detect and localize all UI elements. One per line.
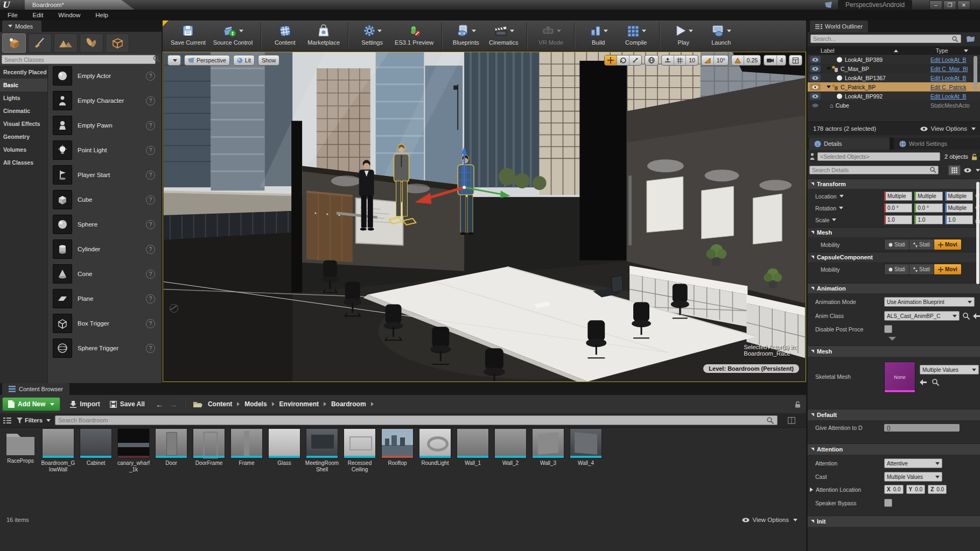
details-scrollbar[interactable] [976,182,979,284]
help-icon[interactable]: ? [146,270,155,279]
asset-tile[interactable]: Boardroom_GlowWall [41,428,75,473]
place-mode-button[interactable] [2,33,26,53]
list-item-sphere-trigger[interactable]: Sphere Trigger? [47,336,162,361]
rotation-z-field[interactable]: Multiple [945,203,973,213]
forward-arrow-icon[interactable]: → [169,400,177,409]
asset-tile[interactable]: RoundLight [418,428,452,467]
world-local-toggle-button[interactable] [645,55,659,66]
attention-location-y-field[interactable]: Y0.0 [906,485,926,494]
list-item-point-light[interactable]: Point Light? [47,138,162,163]
help-icon[interactable]: ? [146,96,155,105]
scale-tool-button[interactable] [629,55,641,65]
angle-snap-value[interactable]: 10° [714,55,728,65]
edit-blueprint-link[interactable]: Edit C_Patrick [930,84,980,90]
category-basic[interactable]: Basic [0,79,47,91]
level-tab[interactable]: Boardroom* [25,0,135,10]
rotation-label[interactable]: Rotation [808,205,884,211]
outliner-row-selected[interactable]: C_Patrick_BP Edit C_Patrick [808,82,980,91]
asset-tile-folder[interactable]: RaceProps [3,428,38,464]
tab-world-settings[interactable]: World Settings [894,138,980,150]
use-selected-arrow-icon[interactable] [920,379,927,385]
asset-tile[interactable]: MeetingRoomShell [305,428,339,473]
menu-help[interactable]: Help [88,10,116,20]
foliage-mode-button[interactable] [80,33,103,53]
location-y-field[interactable]: Multiple [914,192,942,201]
play-button[interactable]: Play [664,20,702,51]
edit-blueprint-link[interactable]: Edit LookAt_B [930,75,980,81]
list-item-cylinder[interactable]: Cylinder? [47,237,162,262]
marketplace-button[interactable]: Marketplace [304,20,344,51]
tab-details[interactable]: i Details [809,138,890,150]
lock-icon[interactable] [971,153,977,160]
source-control-button[interactable]: Source Control [209,20,256,51]
section-transform[interactable]: Transform [808,179,980,189]
attention-dropdown[interactable]: Attentive [884,458,942,468]
category-recently-placed[interactable]: Recently Placed [0,66,47,79]
breadcrumb-environment[interactable]: Environment [279,400,319,408]
asset-tile[interactable]: Door [154,428,188,467]
scale-y-field[interactable]: 1.0 [914,215,942,224]
details-search-input[interactable] [809,166,939,174]
breadcrumb-boardroom[interactable]: Boardroom [331,400,366,408]
list-item-cone[interactable]: Cone? [47,262,162,286]
location-label[interactable]: Location [808,193,884,200]
animation-mode-dropdown[interactable]: Use Animation Blueprint [884,297,975,307]
section-capsule-component[interactable]: CapsuleComponent [808,252,980,262]
asset-tile[interactable]: Glass [267,428,302,467]
filters-button[interactable]: Filters [17,417,51,423]
list-item-plane[interactable]: Plane? [47,286,162,311]
menu-edit[interactable]: Edit [25,10,51,20]
expand-arrow-icon[interactable] [827,67,831,70]
scale-x-field[interactable]: 1.0 [884,215,912,224]
back-arrow-icon[interactable]: ← [156,400,164,409]
asset-tile[interactable]: Wall_3 [531,428,565,467]
save-search-icon[interactable] [788,417,795,424]
list-item-empty-character[interactable]: Empty Character? [47,88,162,113]
menu-window[interactable]: Window [51,10,88,20]
compile-button[interactable]: Compile [617,20,655,51]
details-display-options-button[interactable] [964,168,980,173]
filter-icon[interactable] [964,50,968,52]
save-current-button[interactable]: Save Current [167,20,209,51]
tab-modes[interactable]: Modes [2,20,41,32]
category-volumes[interactable]: Volumes [0,143,47,156]
search-classes-input[interactable] [2,55,156,64]
outliner-row[interactable]: LookAt_BP992 Edit LookAt_B [808,91,980,101]
new-folder-icon[interactable] [966,34,976,43]
category-geometry[interactable]: Geometry [0,130,47,143]
asset-tile[interactable]: Cabinet [79,428,113,467]
asset-tile[interactable]: Rooftop [380,428,415,467]
list-item-player-start[interactable]: Player Start? [47,163,162,187]
edit-blueprint-link[interactable]: Edit LookAt_B [930,56,980,63]
angle-snap-button[interactable] [702,55,714,65]
close-button[interactable]: ✕ [957,1,970,10]
viewport-3d-scene[interactable] [163,52,806,382]
help-icon[interactable]: ? [146,72,155,81]
help-icon[interactable]: ? [146,344,155,353]
tab-world-outliner[interactable]: World Outliner [810,20,868,32]
list-item-box-trigger[interactable]: Box Trigger? [47,311,162,336]
visibility-eye-icon[interactable] [810,65,821,72]
camera-speed-value[interactable]: 4 [777,55,786,65]
asset-tile[interactable]: Wall_4 [569,428,603,467]
skeletal-mesh-dropdown[interactable]: Multiple Values [920,365,979,375]
edit-blueprint-link[interactable]: Edit C_Max_Bl [930,66,980,72]
column-label[interactable]: Label [821,47,835,54]
preview-mode-button[interactable]: ES3.1 Preview [391,20,437,51]
build-button[interactable]: Build [579,20,617,51]
section-init[interactable]: Init [808,515,980,527]
disable-post-process-checkbox[interactable] [884,325,892,333]
mobility-static-button[interactable]: Stati [885,264,909,274]
asset-tile[interactable]: canary_wharf_1k [116,428,151,473]
asset-tile[interactable]: Frame [229,428,264,467]
expand-more-properties-icon[interactable] [888,337,896,341]
section-attention[interactable]: Attention [808,443,980,455]
translate-tool-button[interactable] [605,55,617,65]
show-button[interactable]: Show [258,55,279,66]
outliner-row[interactable]: LookAt_BP389 Edit LookAt_B [808,55,980,64]
outliner-scrollbar[interactable] [974,56,977,90]
asset-tile[interactable]: Wall_2 [493,428,528,467]
mobility-static-button[interactable]: Stati [885,239,909,250]
outliner-view-options-button[interactable]: View Options [920,125,976,132]
geometry-mode-button[interactable] [106,33,129,53]
